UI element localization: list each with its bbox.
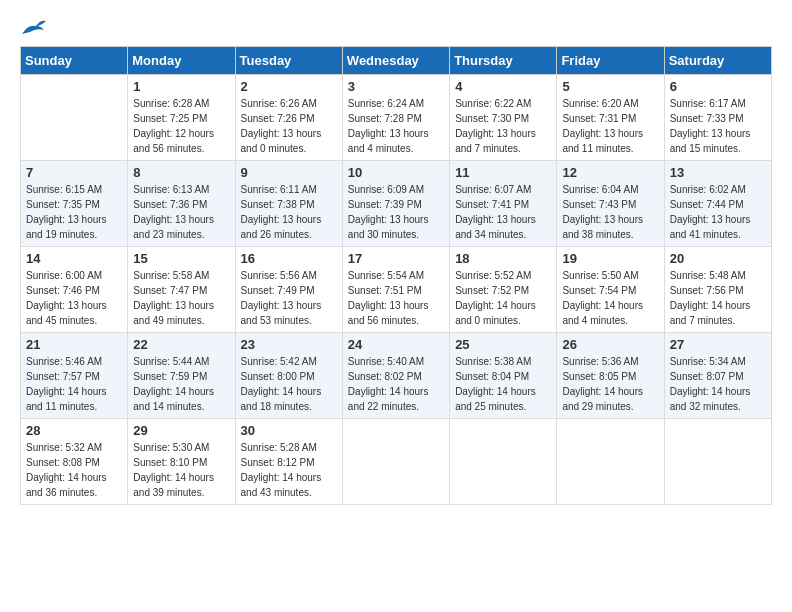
sunset-text: Sunset: 8:05 PM [562,369,658,384]
day-info: Sunrise: 5:32 AM Sunset: 8:08 PM Dayligh… [26,440,122,500]
calendar-cell: 4 Sunrise: 6:22 AM Sunset: 7:30 PM Dayli… [450,75,557,161]
daylight-text: Daylight: 13 hours and 15 minutes. [670,126,766,156]
daylight-text: Daylight: 13 hours and 4 minutes. [348,126,444,156]
sunset-text: Sunset: 7:26 PM [241,111,337,126]
day-info: Sunrise: 5:28 AM Sunset: 8:12 PM Dayligh… [241,440,337,500]
sunset-text: Sunset: 7:31 PM [562,111,658,126]
calendar-week-row: 7 Sunrise: 6:15 AM Sunset: 7:35 PM Dayli… [21,161,772,247]
sunset-text: Sunset: 7:43 PM [562,197,658,212]
weekday-header-thursday: Thursday [450,47,557,75]
sunrise-text: Sunrise: 5:56 AM [241,268,337,283]
daylight-text: Daylight: 13 hours and 34 minutes. [455,212,551,242]
sunset-text: Sunset: 8:00 PM [241,369,337,384]
sunrise-text: Sunrise: 6:24 AM [348,96,444,111]
sunrise-text: Sunrise: 5:52 AM [455,268,551,283]
day-number: 1 [133,79,229,94]
calendar-cell: 16 Sunrise: 5:56 AM Sunset: 7:49 PM Dayl… [235,247,342,333]
day-number: 24 [348,337,444,352]
sunrise-text: Sunrise: 6:17 AM [670,96,766,111]
day-info: Sunrise: 6:24 AM Sunset: 7:28 PM Dayligh… [348,96,444,156]
day-info: Sunrise: 6:07 AM Sunset: 7:41 PM Dayligh… [455,182,551,242]
calendar-cell: 25 Sunrise: 5:38 AM Sunset: 8:04 PM Dayl… [450,333,557,419]
weekday-header-wednesday: Wednesday [342,47,449,75]
day-number: 20 [670,251,766,266]
day-info: Sunrise: 5:48 AM Sunset: 7:56 PM Dayligh… [670,268,766,328]
calendar-cell [21,75,128,161]
weekday-header-monday: Monday [128,47,235,75]
day-info: Sunrise: 5:58 AM Sunset: 7:47 PM Dayligh… [133,268,229,328]
day-info: Sunrise: 5:38 AM Sunset: 8:04 PM Dayligh… [455,354,551,414]
sunrise-text: Sunrise: 6:00 AM [26,268,122,283]
calendar-cell: 30 Sunrise: 5:28 AM Sunset: 8:12 PM Dayl… [235,419,342,505]
daylight-text: Daylight: 14 hours and 4 minutes. [562,298,658,328]
sunset-text: Sunset: 8:02 PM [348,369,444,384]
day-info: Sunrise: 5:56 AM Sunset: 7:49 PM Dayligh… [241,268,337,328]
sunset-text: Sunset: 7:28 PM [348,111,444,126]
day-info: Sunrise: 5:50 AM Sunset: 7:54 PM Dayligh… [562,268,658,328]
daylight-text: Daylight: 13 hours and 0 minutes. [241,126,337,156]
day-info: Sunrise: 5:42 AM Sunset: 8:00 PM Dayligh… [241,354,337,414]
calendar-cell: 26 Sunrise: 5:36 AM Sunset: 8:05 PM Dayl… [557,333,664,419]
sunrise-text: Sunrise: 6:09 AM [348,182,444,197]
calendar-cell: 9 Sunrise: 6:11 AM Sunset: 7:38 PM Dayli… [235,161,342,247]
calendar-cell: 27 Sunrise: 5:34 AM Sunset: 8:07 PM Dayl… [664,333,771,419]
sunset-text: Sunset: 7:30 PM [455,111,551,126]
daylight-text: Daylight: 13 hours and 23 minutes. [133,212,229,242]
day-number: 2 [241,79,337,94]
daylight-text: Daylight: 13 hours and 26 minutes. [241,212,337,242]
sunset-text: Sunset: 7:41 PM [455,197,551,212]
daylight-text: Daylight: 13 hours and 30 minutes. [348,212,444,242]
day-number: 30 [241,423,337,438]
daylight-text: Daylight: 14 hours and 22 minutes. [348,384,444,414]
sunrise-text: Sunrise: 5:30 AM [133,440,229,455]
sunset-text: Sunset: 7:51 PM [348,283,444,298]
day-info: Sunrise: 5:36 AM Sunset: 8:05 PM Dayligh… [562,354,658,414]
day-info: Sunrise: 5:30 AM Sunset: 8:10 PM Dayligh… [133,440,229,500]
weekday-header-sunday: Sunday [21,47,128,75]
sunrise-text: Sunrise: 5:32 AM [26,440,122,455]
day-info: Sunrise: 5:44 AM Sunset: 7:59 PM Dayligh… [133,354,229,414]
sunrise-text: Sunrise: 6:02 AM [670,182,766,197]
sunrise-text: Sunrise: 5:58 AM [133,268,229,283]
day-info: Sunrise: 6:17 AM Sunset: 7:33 PM Dayligh… [670,96,766,156]
daylight-text: Daylight: 13 hours and 49 minutes. [133,298,229,328]
calendar-cell: 15 Sunrise: 5:58 AM Sunset: 7:47 PM Dayl… [128,247,235,333]
calendar-cell: 19 Sunrise: 5:50 AM Sunset: 7:54 PM Dayl… [557,247,664,333]
daylight-text: Daylight: 13 hours and 7 minutes. [455,126,551,156]
calendar-cell: 29 Sunrise: 5:30 AM Sunset: 8:10 PM Dayl… [128,419,235,505]
day-info: Sunrise: 6:00 AM Sunset: 7:46 PM Dayligh… [26,268,122,328]
day-number: 28 [26,423,122,438]
day-number: 17 [348,251,444,266]
calendar-cell: 24 Sunrise: 5:40 AM Sunset: 8:02 PM Dayl… [342,333,449,419]
calendar-week-row: 14 Sunrise: 6:00 AM Sunset: 7:46 PM Dayl… [21,247,772,333]
sunrise-text: Sunrise: 6:13 AM [133,182,229,197]
day-number: 26 [562,337,658,352]
day-info: Sunrise: 5:34 AM Sunset: 8:07 PM Dayligh… [670,354,766,414]
sunset-text: Sunset: 7:39 PM [348,197,444,212]
daylight-text: Daylight: 13 hours and 38 minutes. [562,212,658,242]
calendar-week-row: 1 Sunrise: 6:28 AM Sunset: 7:25 PM Dayli… [21,75,772,161]
daylight-text: Daylight: 12 hours and 56 minutes. [133,126,229,156]
sunset-text: Sunset: 7:59 PM [133,369,229,384]
day-info: Sunrise: 6:26 AM Sunset: 7:26 PM Dayligh… [241,96,337,156]
calendar-cell: 6 Sunrise: 6:17 AM Sunset: 7:33 PM Dayli… [664,75,771,161]
day-number: 18 [455,251,551,266]
day-number: 25 [455,337,551,352]
sunset-text: Sunset: 7:49 PM [241,283,337,298]
daylight-text: Daylight: 14 hours and 29 minutes. [562,384,658,414]
weekday-header-saturday: Saturday [664,47,771,75]
day-number: 14 [26,251,122,266]
daylight-text: Daylight: 13 hours and 41 minutes. [670,212,766,242]
calendar-cell: 21 Sunrise: 5:46 AM Sunset: 7:57 PM Dayl… [21,333,128,419]
sunset-text: Sunset: 7:33 PM [670,111,766,126]
sunrise-text: Sunrise: 5:40 AM [348,354,444,369]
calendar-cell [450,419,557,505]
sunrise-text: Sunrise: 6:11 AM [241,182,337,197]
calendar-cell [557,419,664,505]
day-info: Sunrise: 6:04 AM Sunset: 7:43 PM Dayligh… [562,182,658,242]
daylight-text: Daylight: 14 hours and 39 minutes. [133,470,229,500]
day-number: 11 [455,165,551,180]
calendar-header-row: SundayMondayTuesdayWednesdayThursdayFrid… [21,47,772,75]
sunset-text: Sunset: 8:08 PM [26,455,122,470]
day-info: Sunrise: 6:20 AM Sunset: 7:31 PM Dayligh… [562,96,658,156]
